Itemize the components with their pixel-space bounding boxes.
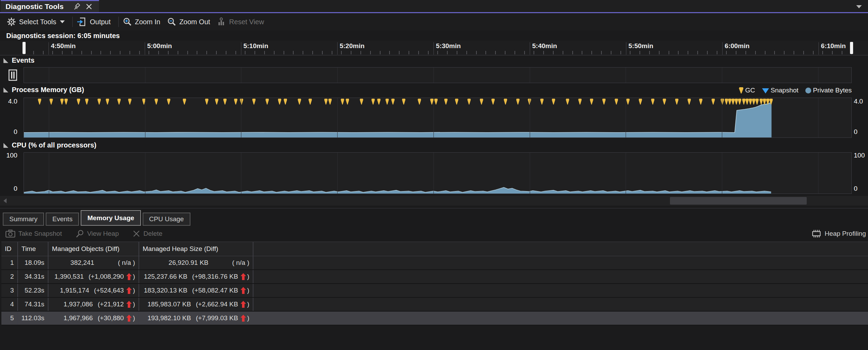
chart-gridline (722, 68, 722, 83)
ruler-major-tick (433, 42, 434, 55)
memory-chart[interactable] (24, 98, 852, 138)
cell-diff: (+21,912 ) (98, 300, 135, 308)
tool-window-tab[interactable]: Diagnostic Tools (1, 0, 99, 12)
ruler-major-tick (241, 42, 241, 55)
gc-legend-icon (739, 87, 743, 93)
chart-gridline (433, 68, 434, 83)
table-row[interactable]: 234.31s1,390,531(+1,008,290 )125,237.66 … (1, 270, 868, 284)
timeline-ruler[interactable]: 4:50min5:00min5:10min5:20min5:30min5:40m… (0, 41, 868, 55)
window-options-chevron-icon[interactable] (856, 5, 862, 8)
legend-item: Private Bytes (805, 87, 852, 94)
close-icon[interactable] (84, 2, 94, 11)
chart-gridline (241, 153, 241, 194)
row-filler (253, 256, 868, 269)
expander-icon[interactable] (3, 143, 8, 148)
take-snapshot-button[interactable]: Take Snapshot (6, 230, 62, 238)
delete-button[interactable]: Delete (133, 230, 162, 237)
table-row[interactable]: 5112.03s1,967,966(+30,880 )193,982.10 KB… (1, 312, 868, 325)
events-section-label: Events (12, 56, 35, 64)
cell-value: 1,967,966 (52, 314, 98, 322)
table-row[interactable]: 474.31s1,937,086(+21,912 )185,983.07 KB(… (1, 298, 868, 312)
select-tools-button[interactable]: Select Tools (7, 17, 65, 26)
x-icon (133, 230, 140, 237)
expander-icon[interactable] (3, 58, 8, 63)
legend-label: GC (745, 87, 755, 94)
column-header[interactable]: Time (18, 242, 48, 256)
cell-diff: (+1,008,290 ) (89, 273, 135, 280)
cell-managed-objects: 1,967,966(+30,880 ) (48, 312, 139, 325)
select-tools-label: Select Tools (19, 18, 56, 26)
reset-view-icon (217, 17, 226, 26)
cell-managed-heap-size: 185,983.07 KB(+2,662.94 KB ) (139, 298, 253, 311)
chart-gridline (145, 68, 145, 83)
snapshot-table: IDTimeManaged Objects (Diff)Managed Heap… (1, 242, 868, 325)
ruler-major-tick (337, 42, 338, 55)
table-row[interactable]: 352.23s1,915,174(+524,643 )183,320.13 KB… (1, 284, 868, 298)
chart-gridline (49, 153, 49, 194)
cell-managed-objects: 1,915,174(+524,643 ) (48, 284, 139, 297)
cell-value: 1,915,174 (52, 287, 94, 294)
column-header[interactable]: ID (1, 242, 18, 256)
increase-arrow-icon (126, 287, 132, 294)
events-track[interactable] (24, 67, 852, 83)
column-header[interactable]: Managed Heap Size (Diff) (139, 242, 253, 256)
cell-managed-objects: 382,241( n/a ) (48, 256, 139, 269)
table-row[interactable]: 118.09s382,241( n/a )26,920.91 KB( n/a ) (1, 256, 868, 270)
ruler-tick-label: 5:20min (340, 42, 365, 50)
output-button[interactable]: Output (77, 17, 110, 26)
ruler-major-tick (818, 42, 819, 55)
chart-gridline (337, 68, 338, 83)
search-icon (76, 230, 84, 238)
cell-id: 4 (1, 298, 18, 311)
tab-cpu-usage[interactable]: CPU Usage (143, 213, 190, 226)
reset-view-button[interactable]: Reset View (217, 17, 264, 26)
gear-icon (7, 17, 16, 26)
memory-area-chart (24, 98, 851, 137)
value-with-diff: 1,937,086(+21,912 ) (52, 300, 135, 308)
cell-value: 125,237.66 KB (143, 273, 192, 280)
tab-events[interactable]: Events (46, 213, 79, 226)
heap-profiling-button[interactable]: Heap Profiling (811, 229, 866, 238)
tab-memory-usage[interactable]: Memory Usage (81, 210, 141, 226)
scrollbar-thumb[interactable] (670, 197, 807, 205)
events-track-icon (8, 69, 17, 81)
memory-section-header: Process Memory (GB) (3, 86, 84, 94)
timeline-range-handle[interactable] (23, 42, 26, 54)
zoom-in-label: Zoom In (135, 18, 160, 26)
increase-arrow-icon (126, 301, 132, 308)
value-with-diff: 193,982.10 KB(+7,999.03 KB ) (143, 314, 249, 322)
zoom-out-icon (167, 17, 176, 26)
cell-managed-heap-size: 125,237.66 KB(+98,316.76 KB ) (139, 270, 253, 283)
session-duration-label: Diagnostics session: 6:05 minutes (6, 32, 120, 40)
expander-icon[interactable] (3, 88, 8, 92)
horizontal-scrollbar[interactable] (0, 196, 868, 206)
cell-managed-objects: 1,390,531(+1,008,290 ) (48, 270, 139, 283)
value-with-diff: 183,320.13 KB(+58,082.47 KB ) (143, 287, 249, 294)
row-filler (253, 312, 868, 325)
table-header-row: IDTimeManaged Objects (Diff)Managed Heap… (1, 242, 868, 256)
reset-view-label: Reset View (229, 18, 264, 26)
cell-diff: (+2,662.94 KB ) (196, 300, 249, 308)
chevron-down-icon (60, 20, 65, 23)
cell-value: 185,983.07 KB (143, 300, 196, 308)
ruler-major-tick (48, 42, 49, 55)
cell-managed-heap-size: 183,320.13 KB(+58,082.47 KB ) (139, 284, 253, 297)
tab-summary[interactable]: Summary (3, 213, 44, 226)
zoom-out-button[interactable]: Zoom Out (167, 17, 210, 26)
scroll-left-arrow-icon[interactable] (3, 198, 7, 203)
chart-gridline (626, 68, 626, 83)
timeline-range-handle[interactable] (850, 42, 853, 54)
memory-chip-icon (811, 229, 822, 238)
cell-time: 52.23s (18, 284, 48, 297)
cell-diff: (+58,082.47 KB ) (192, 287, 249, 294)
value-with-diff: 1,915,174(+524,643 ) (52, 287, 135, 294)
zoom-in-button[interactable]: Zoom In (123, 17, 160, 26)
view-heap-button[interactable]: View Heap (76, 230, 119, 238)
column-header[interactable]: Managed Objects (Diff) (48, 242, 139, 256)
chart-gridline (433, 98, 434, 137)
chart-gridline (337, 153, 338, 194)
pin-icon[interactable] (72, 2, 82, 11)
chart-gridline (145, 153, 145, 194)
cpu-chart[interactable] (24, 152, 852, 194)
memory-section-label: Process Memory (GB) (12, 86, 84, 94)
